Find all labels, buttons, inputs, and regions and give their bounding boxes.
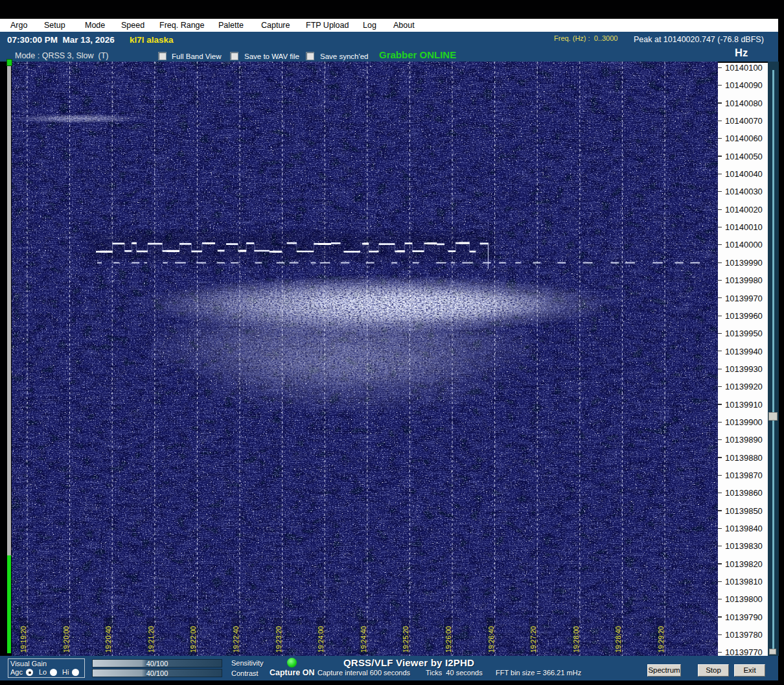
svg-text:19:24:00: 19:24:00 bbox=[317, 626, 325, 653]
svg-text:19:29:20: 19:29:20 bbox=[657, 626, 665, 653]
svg-text:19:20:00: 19:20:00 bbox=[62, 626, 70, 653]
svg-text:19:22:00: 19:22:00 bbox=[189, 626, 197, 653]
svg-text:19:27:20: 19:27:20 bbox=[529, 626, 537, 653]
svg-text:19:26:40: 19:26:40 bbox=[487, 626, 495, 653]
svg-text:19:25:20: 19:25:20 bbox=[402, 626, 409, 653]
svg-text:19:22:40: 19:22:40 bbox=[232, 626, 240, 653]
svg-text:19:19:20: 19:19:20 bbox=[19, 626, 27, 653]
svg-text:19:24:40: 19:24:40 bbox=[360, 626, 367, 653]
svg-text:19:20:40: 19:20:40 bbox=[104, 626, 112, 653]
svg-text:19:21:20: 19:21:20 bbox=[147, 626, 155, 653]
svg-text:19:26:00: 19:26:00 bbox=[444, 626, 452, 653]
svg-text:19:23:20: 19:23:20 bbox=[275, 626, 282, 653]
svg-text:19:28:00: 19:28:00 bbox=[572, 626, 580, 653]
svg-text:19:28:40: 19:28:40 bbox=[614, 626, 622, 653]
